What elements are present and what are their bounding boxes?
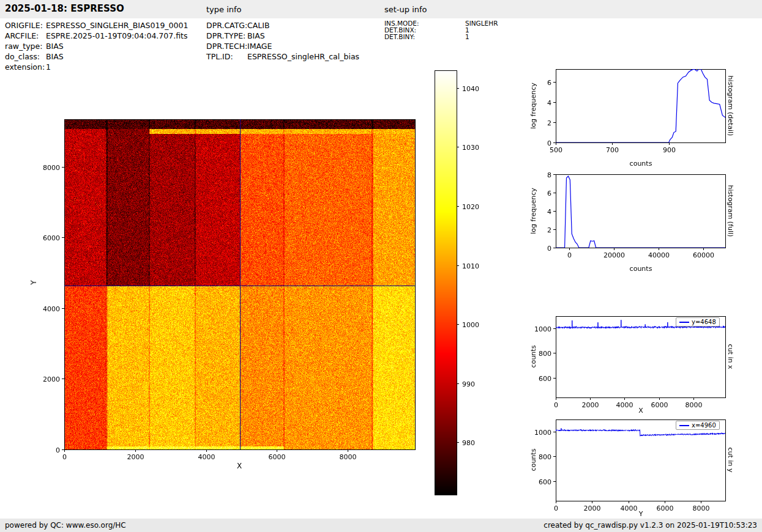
cut-x-xaxis-label: X	[638, 407, 643, 415]
cut-x-legend-label: y=4648	[692, 319, 716, 325]
cut-y-title: cut in y	[727, 448, 734, 473]
meta-value: ESPRESSO_SINGLEHR_BIAS019_0001	[46, 21, 188, 30]
footer-created-by: created by qc_rawdisp.py v1.2.3 on 2025-…	[543, 521, 757, 530]
cut-y-legend: x=4960	[676, 421, 720, 430]
cut-x-legend: y=4648	[676, 317, 720, 327]
meta-value: BIAS	[247, 31, 265, 40]
metadata-row: DET.BINY:1	[384, 34, 498, 40]
meta-label: extension:	[5, 62, 46, 72]
footer-powered-by-link[interactable]: powered by QC: www.eso.org/HC	[5, 521, 126, 530]
metadata-row: ARCFILE:ESPRE.2025-01-19T09:04:04.707.fi…	[5, 31, 188, 41]
type-info-label: type info	[206, 5, 242, 14]
hist-detail-yaxis-label: log frequency	[529, 83, 537, 128]
meta-value: IMAGE	[247, 42, 272, 51]
page-title: 2025-01-18: ESPRESSO	[5, 3, 124, 14]
metadata-row: DPR.TYPE:BIAS	[206, 31, 359, 41]
hist-detail-xaxis-label: counts	[630, 160, 652, 168]
legend-line-sample	[679, 425, 689, 426]
meta-label: ORIGFILE:	[5, 20, 46, 31]
metadata-row: raw_type:BIAS	[5, 41, 188, 51]
detector-image-canvas	[37, 116, 422, 474]
metadata-setup-info: INS.MODE:SINGLEHR DET.BINX:1 DET.BINY:1	[384, 20, 498, 40]
cut-y-legend-label: x=4960	[692, 422, 716, 429]
meta-label: TPL.ID:	[206, 51, 247, 62]
meta-label: ARCFILE:	[5, 31, 46, 41]
cut-x-yaxis-label: counts	[529, 345, 537, 368]
hist-full-yaxis-label: log frequency	[529, 188, 537, 234]
main-yaxis-label: Y	[29, 280, 38, 284]
metadata-row: TPL.ID:ESPRESSO_singleHR_cal_bias	[206, 51, 359, 62]
meta-value: SINGLEHR	[465, 20, 498, 27]
meta-value: BIAS	[46, 52, 64, 61]
main-xaxis-label: X	[237, 462, 242, 470]
colorbar-canvas	[435, 69, 490, 497]
meta-label: do_class:	[5, 51, 46, 62]
cut-y-xaxis-label: Y	[639, 510, 643, 518]
cut-y-yaxis-label: counts	[529, 449, 537, 471]
meta-value: 1	[465, 33, 469, 40]
footer-bar: powered by QC: www.eso.org/HC created by…	[0, 519, 762, 532]
metadata-file-info: ORIGFILE:ESPRESSO_SINGLEHR_BIAS019_0001 …	[5, 20, 188, 72]
meta-label: raw_type:	[5, 41, 46, 51]
legend-line-sample	[679, 322, 689, 323]
meta-label: DPR.CATG:	[206, 20, 247, 31]
meta-value: ESPRESSO_singleHR_cal_bias	[247, 52, 359, 61]
header-bar: 2025-01-18: ESPRESSO type info set-up in…	[0, 0, 762, 18]
histogram-full-canvas	[528, 171, 730, 268]
meta-value: ESPRE.2025-01-19T09:04:04.707.fits	[46, 31, 187, 40]
meta-value: 1	[46, 62, 51, 72]
metadata-row: DPR.CATG:CALIB	[206, 20, 359, 31]
meta-value: CALIB	[247, 21, 270, 30]
meta-label: DET.BINY:	[384, 34, 465, 40]
qc-report-page: 2025-01-18: ESPRESSO type info set-up in…	[0, 0, 762, 532]
metadata-row: ORIGFILE:ESPRESSO_SINGLEHR_BIAS019_0001	[5, 20, 188, 31]
histogram-detail-canvas	[528, 65, 730, 163]
meta-label: DPR.TYPE:	[206, 31, 247, 41]
metadata-row: do_class:BIAS	[5, 51, 188, 62]
cut-in-x-canvas	[528, 312, 730, 418]
metadata-type-info: DPR.CATG:CALIB DPR.TYPE:BIAS DPR.TECH:IM…	[206, 20, 359, 62]
meta-value: BIAS	[46, 42, 64, 51]
cut-x-title: cut in x	[727, 344, 734, 369]
hist-detail-title: histogram (detail)	[727, 76, 734, 136]
hist-full-xaxis-label: counts	[630, 265, 652, 273]
setup-info-label: set-up info	[384, 5, 427, 14]
meta-label: DPR.TECH:	[206, 41, 247, 51]
metadata-row: extension:1	[5, 62, 188, 72]
metadata-row: DPR.TECH:IMAGE	[206, 41, 359, 51]
cut-in-y-canvas	[528, 416, 730, 522]
hist-full-title: histogram (full)	[727, 185, 734, 237]
